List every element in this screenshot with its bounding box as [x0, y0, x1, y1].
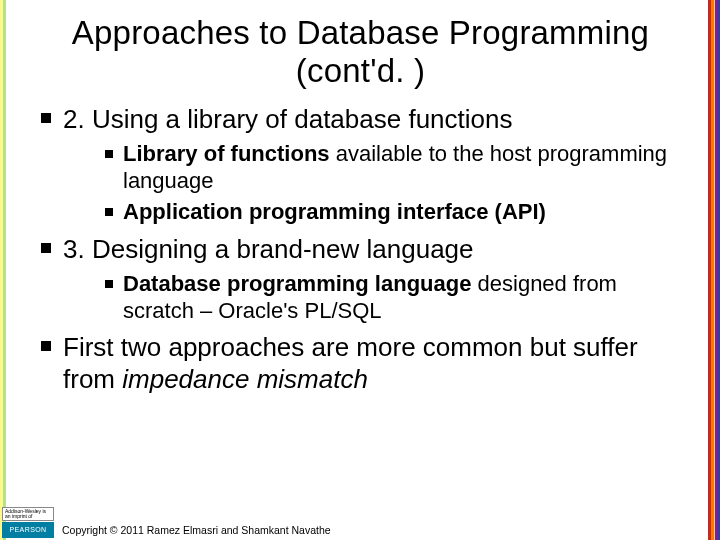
bullet-item-3: 3. Designing a brand-new language Databa… [39, 234, 688, 325]
bullet-subitem: Database programming language designed f… [103, 271, 688, 325]
copyright-text: Copyright © 2011 Ramez Elmasri and Shamk… [62, 524, 331, 536]
slide-title: Approaches to Database Programming (cont… [63, 14, 658, 90]
decorative-right-strip [708, 0, 720, 540]
bullet-text: 3. Designing a brand-new language [63, 234, 474, 264]
bullet-text: 2. Using a library of database functions [63, 104, 512, 134]
bullet-strong: Application programming interface (API) [123, 199, 546, 224]
bullet-list-level2: Library of functions available to the ho… [103, 141, 688, 225]
bullet-strong: Database programming language [123, 271, 471, 296]
publisher-logos: Addison-Wesley is an imprint of PEARSON [2, 507, 54, 538]
bullet-list-level2: Database programming language designed f… [103, 271, 688, 325]
bullet-emphasis: impedance mismatch [122, 364, 368, 394]
bullet-item-2: 2. Using a library of database functions… [39, 104, 688, 226]
addison-wesley-logo: Addison-Wesley is an imprint of [2, 507, 54, 521]
bullet-strong: Library of functions [123, 141, 330, 166]
bullet-subitem: Application programming interface (API) [103, 199, 688, 226]
bullet-list-level1: 2. Using a library of database functions… [39, 104, 688, 395]
bullet-item-summary: First two approaches are more common but… [39, 332, 688, 394]
slide-footer: Addison-Wesley is an imprint of PEARSON … [0, 498, 720, 540]
slide-content: Approaches to Database Programming (cont… [13, 0, 708, 540]
pearson-logo: PEARSON [2, 522, 54, 538]
bullet-subitem: Library of functions available to the ho… [103, 141, 688, 195]
